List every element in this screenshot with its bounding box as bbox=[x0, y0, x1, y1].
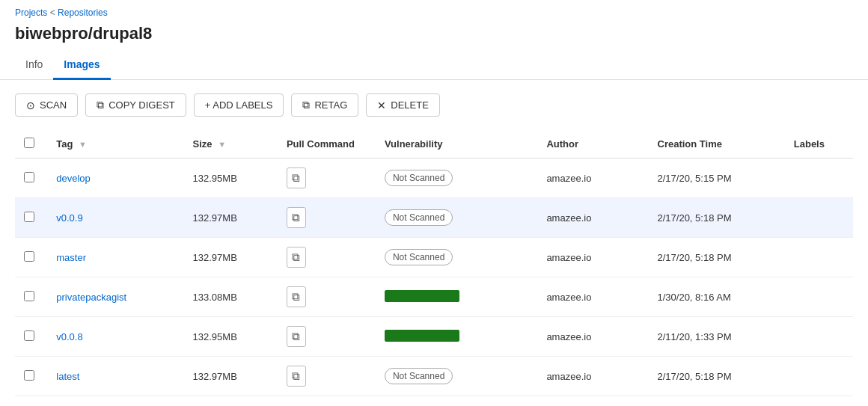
table-row: privatepackagist133.08MB⧉amazee.io1/30/2… bbox=[15, 277, 853, 317]
row-creation-time: 2/11/20, 1:33 PM bbox=[649, 317, 785, 357]
col-header-creation: Creation Time bbox=[649, 130, 785, 159]
row-checkbox[interactable] bbox=[24, 291, 34, 301]
delete-icon: ✕ bbox=[377, 99, 386, 111]
scan-icon: ⊙ bbox=[26, 99, 35, 111]
row-size: 132.95MB bbox=[184, 159, 278, 198]
row-labels bbox=[785, 357, 853, 396]
row-checkbox-cell bbox=[15, 317, 47, 357]
row-author: amazee.io bbox=[537, 198, 648, 238]
col-header-tag[interactable]: Tag ▼ bbox=[47, 130, 183, 159]
row-pull-command: ⧉ bbox=[278, 277, 376, 317]
row-author: amazee.io bbox=[537, 159, 648, 198]
tag-link[interactable]: v0.0.8 bbox=[56, 331, 82, 342]
copy-pull-icon[interactable]: ⧉ bbox=[287, 286, 306, 307]
col-header-pull: Pull Command bbox=[278, 130, 376, 159]
copy-pull-icon[interactable]: ⧉ bbox=[287, 366, 306, 387]
copy-icon: ⧉ bbox=[97, 99, 104, 111]
row-pull-command: ⧉ bbox=[278, 317, 376, 357]
copy-digest-button[interactable]: ⧉ COPY DIGEST bbox=[85, 93, 186, 117]
row-size: 133.08MB bbox=[184, 277, 278, 317]
row-author: amazee.io bbox=[537, 277, 648, 317]
tag-link[interactable]: v0.0.9 bbox=[56, 212, 82, 224]
row-checkbox-cell bbox=[15, 357, 47, 396]
col-header-vuln: Vulnerability bbox=[376, 130, 537, 159]
row-creation-time: 1/30/20, 8:16 AM bbox=[649, 277, 785, 317]
retag-button[interactable]: ⧉ RETAG bbox=[291, 93, 358, 117]
not-scanned-badge: Not Scanned bbox=[385, 368, 453, 384]
copy-pull-icon[interactable]: ⧉ bbox=[287, 247, 306, 268]
repositories-link[interactable]: Repositories bbox=[58, 7, 108, 18]
projects-link[interactable]: Projects bbox=[15, 7, 47, 18]
row-checkbox[interactable] bbox=[24, 370, 34, 381]
not-scanned-badge: Not Scanned bbox=[385, 209, 453, 226]
tag-link[interactable]: develop bbox=[56, 173, 91, 184]
row-size: 132.97MB bbox=[184, 198, 278, 238]
row-pull-command: ⧉ bbox=[278, 159, 376, 198]
tag-link[interactable]: privatepackagist bbox=[56, 292, 126, 303]
row-vulnerability: Not Scanned bbox=[376, 159, 537, 198]
row-creation-time: 2/17/20, 5:18 PM bbox=[649, 238, 785, 277]
retag-icon: ⧉ bbox=[302, 99, 310, 111]
images-table: Tag ▼ Size ▼ Pull Command Vulnerability … bbox=[15, 130, 853, 396]
table-row: master132.97MB⧉Not Scannedamazee.io2/17/… bbox=[15, 238, 853, 277]
tag-sort-icon: ▼ bbox=[79, 140, 87, 149]
scan-button[interactable]: ⊙ SCAN bbox=[15, 93, 78, 117]
row-tag: privatepackagist bbox=[47, 277, 183, 317]
page-title: biwebpro/drupal8 bbox=[0, 21, 868, 51]
select-all-checkbox[interactable] bbox=[24, 138, 34, 148]
size-sort-icon: ▼ bbox=[218, 140, 226, 149]
breadcrumb: Projects < Repositories bbox=[0, 0, 868, 21]
vuln-bar bbox=[385, 290, 459, 302]
row-vulnerability: Not Scanned bbox=[376, 238, 537, 277]
table-row: v0.0.8132.95MB⧉amazee.io2/11/20, 1:33 PM bbox=[15, 317, 853, 357]
row-checkbox-cell bbox=[15, 238, 47, 277]
row-checkbox-cell bbox=[15, 277, 47, 317]
row-pull-command: ⧉ bbox=[278, 198, 376, 238]
table-body: develop132.95MB⧉Not Scannedamazee.io2/17… bbox=[15, 159, 853, 396]
row-labels bbox=[785, 277, 853, 317]
add-labels-button[interactable]: + ADD LABELS bbox=[194, 93, 284, 117]
copy-pull-icon[interactable]: ⧉ bbox=[287, 326, 306, 347]
col-header-author: Author bbox=[537, 130, 648, 159]
copy-pull-icon[interactable]: ⧉ bbox=[287, 207, 306, 228]
breadcrumb-separator: < bbox=[50, 7, 58, 18]
row-checkbox[interactable] bbox=[24, 172, 34, 182]
row-labels bbox=[785, 159, 853, 198]
delete-button[interactable]: ✕ DELETE bbox=[366, 93, 440, 117]
row-checkbox[interactable] bbox=[24, 330, 34, 341]
row-vulnerability bbox=[376, 277, 537, 317]
not-scanned-badge: Not Scanned bbox=[385, 249, 453, 265]
tag-link[interactable]: latest bbox=[56, 371, 79, 382]
copy-pull-icon[interactable]: ⧉ bbox=[287, 167, 306, 188]
row-author: amazee.io bbox=[537, 357, 648, 396]
table-row: develop132.95MB⧉Not Scannedamazee.io2/17… bbox=[15, 159, 853, 198]
row-labels bbox=[785, 317, 853, 357]
row-tag: develop bbox=[47, 159, 183, 198]
row-labels bbox=[785, 198, 853, 238]
select-all-header[interactable] bbox=[15, 130, 47, 159]
row-checkbox[interactable] bbox=[24, 251, 34, 262]
row-checkbox[interactable] bbox=[24, 212, 34, 222]
table-row: v0.0.9132.97MB⧉Not Scannedamazee.io2/17/… bbox=[15, 198, 853, 238]
row-size: 132.97MB bbox=[184, 238, 278, 277]
row-creation-time: 2/17/20, 5:18 PM bbox=[649, 357, 785, 396]
row-pull-command: ⧉ bbox=[278, 357, 376, 396]
tab-images[interactable]: Images bbox=[53, 51, 110, 80]
row-author: amazee.io bbox=[537, 317, 648, 357]
images-table-container: Tag ▼ Size ▼ Pull Command Vulnerability … bbox=[0, 130, 868, 396]
tag-link[interactable]: master bbox=[56, 252, 86, 263]
row-tag: master bbox=[47, 238, 183, 277]
row-pull-command: ⧉ bbox=[278, 238, 376, 277]
row-tag: latest bbox=[47, 357, 183, 396]
tab-info[interactable]: Info bbox=[15, 51, 53, 80]
col-header-size[interactable]: Size ▼ bbox=[184, 130, 278, 159]
row-vulnerability: Not Scanned bbox=[376, 198, 537, 238]
row-author: amazee.io bbox=[537, 238, 648, 277]
row-labels bbox=[785, 238, 853, 277]
row-vulnerability bbox=[376, 317, 537, 357]
row-checkbox-cell bbox=[15, 198, 47, 238]
row-tag: v0.0.9 bbox=[47, 198, 183, 238]
row-tag: v0.0.8 bbox=[47, 317, 183, 357]
table-row: latest132.97MB⧉Not Scannedamazee.io2/17/… bbox=[15, 357, 853, 396]
row-size: 132.95MB bbox=[184, 317, 278, 357]
